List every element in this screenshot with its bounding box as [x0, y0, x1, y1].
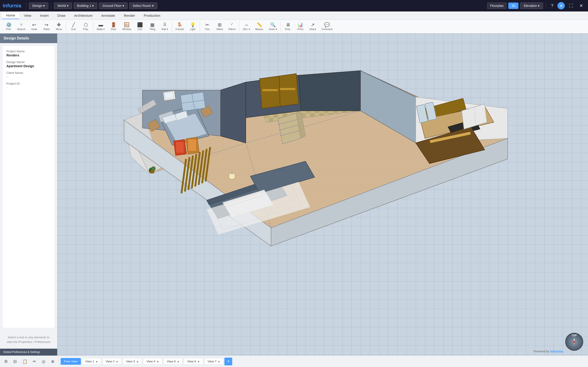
tool-redo[interactable]: ↪ Redo [41, 22, 52, 31]
tab-view-1[interactable]: View 1 ▲ [82, 358, 101, 365]
view-7-arrow: ▲ [218, 360, 220, 363]
tab-view-5[interactable]: View 6 ▲ [163, 358, 183, 365]
compass[interactable]: TOP [565, 333, 583, 351]
add-view-btn[interactable]: + [225, 358, 232, 365]
floor-label: Ground Floor [103, 4, 121, 8]
share-icon: ↗ [311, 23, 315, 27]
topbar-divider [26, 2, 26, 9]
tool-tiling[interactable]: ▦ Tiling [147, 22, 158, 31]
tool-branch[interactable]: ⑂ Branch [15, 22, 28, 31]
menu-architecture[interactable]: Architecture [70, 12, 97, 19]
measu-label: Measu. [255, 28, 264, 31]
tool-share[interactable]: ↗ Share [307, 22, 319, 31]
design-name-row: Design Name: Apartment Design [6, 60, 51, 68]
tool-light[interactable]: 💡 Light [187, 22, 199, 31]
floorplan-visual[interactable] [57, 33, 588, 356]
tool-offset[interactable]: ⊞ Offset [214, 22, 225, 31]
menu-draw[interactable]: Draw [53, 12, 69, 19]
menu-render[interactable]: Render [120, 12, 139, 19]
offset-label: Offset [216, 28, 223, 31]
elevation-btn[interactable]: Elevation ▾ [520, 2, 543, 9]
tool-ceil[interactable]: ⬛ Ceil. [134, 22, 146, 31]
tool-walls[interactable]: ▬ Walls ▾ [95, 22, 107, 32]
move-icon: ✥ [57, 23, 61, 27]
tool-measu[interactable]: 📏 Measu. [253, 22, 266, 31]
sidebar-footer[interactable]: Global Preferences & Settings [0, 349, 57, 356]
bottom-tool-1[interactable]: ⚙ [2, 357, 10, 366]
menu-home[interactable]: Home [2, 12, 19, 19]
project-name-row: Project Name: Renders [6, 50, 51, 57]
walls-label: Walls ▾ [97, 28, 105, 31]
world-arrow: ▾ [67, 4, 69, 8]
bottom-tool-3[interactable]: 📋 [20, 357, 30, 366]
share-label: Share [309, 28, 316, 31]
world-menu[interactable]: World ▾ [54, 2, 72, 9]
canvas-area[interactable]: TOP Powered by infurnia [57, 33, 588, 356]
offset-icon: ⊞ [218, 23, 222, 27]
menu-view[interactable]: View [20, 12, 35, 19]
tool-dim[interactable]: ↔ Dim. ▾ [241, 22, 253, 32]
tab-view-6[interactable]: View 6 ▲ [184, 358, 203, 365]
tool-zoom[interactable]: 🔍 Zoom ▾ [267, 22, 279, 32]
sidebar-header: Design Details [0, 33, 57, 43]
design-menu-label: Design [32, 4, 43, 8]
menu-insert[interactable]: Insert [36, 12, 53, 19]
bottom-tool-5[interactable]: ◎ [40, 357, 48, 366]
tiling-label: Tiling [149, 28, 156, 31]
bottom-tool-4[interactable]: ✏ [31, 357, 39, 366]
building-arrow: ▾ [92, 4, 94, 8]
toolbar: ⚙️ Pref. ⑂ Branch ↩ Undo ↪ Redo ✥ Move ╱… [0, 20, 588, 33]
project-name-label: Project Name: [6, 50, 51, 53]
tool-move[interactable]: ✥ Move [53, 22, 65, 31]
pres-label: Pres. [285, 28, 291, 31]
help-btn[interactable]: ? [549, 2, 556, 10]
tool-window[interactable]: 🪟 Window [120, 22, 133, 31]
tab-free-view[interactable]: Free View [61, 358, 81, 365]
tool-fillet[interactable]: ◜ Fillet ▾ [226, 22, 238, 32]
tool-door[interactable]: 🚪 Door [107, 22, 120, 31]
svg-rect-60 [262, 89, 278, 91]
tab-view-4[interactable]: View 4 ▲ [143, 358, 162, 365]
tool-pres[interactable]: 🖥 Pres. [282, 22, 294, 31]
pref-icon: ⚙️ [6, 23, 12, 27]
poly-label: Poly. [83, 28, 89, 31]
bottom-tool-6[interactable]: ⊕ [49, 357, 57, 366]
undo-icon: ↩ [32, 23, 36, 27]
poly-icon: ⬡ [84, 23, 88, 27]
bottom-tool-2[interactable]: ⊟ [11, 357, 19, 366]
elevation-arrow: ▾ [538, 4, 540, 8]
tool-furnish[interactable]: 🪑 Furnish [173, 22, 187, 31]
tool-group-measure: ↔ Dim. ▾ 📏 Measu. 🔍 Zoom ▾ [240, 22, 281, 32]
tool-poly[interactable]: ⬡ Poly. [80, 22, 92, 31]
measu-icon: 📏 [257, 23, 262, 27]
building-menu[interactable]: Building 1 ▾ [74, 2, 97, 9]
tool-trim[interactable]: ✂ Trim [201, 22, 213, 31]
tool-rail[interactable]: ⠿ Rail ▾ [159, 22, 171, 32]
fillet-label: Fillet ▾ [228, 28, 236, 31]
svg-marker-14 [221, 82, 246, 143]
close-btn[interactable]: ✕ [577, 2, 585, 10]
tool-undo[interactable]: ↩ Undo [28, 22, 40, 31]
fullscreen-btn[interactable]: ⛶ [567, 2, 575, 10]
topbar-divider2 [51, 2, 51, 9]
tool-pres2[interactable]: 📊 +Pres. [294, 22, 306, 31]
dim-icon: ↔ [244, 23, 249, 27]
3d-btn[interactable]: 3D [508, 2, 519, 9]
tab-view-7[interactable]: View 7 ▲ [204, 358, 224, 365]
user-avatar[interactable]: A [557, 2, 565, 9]
tab-view-2[interactable]: View 2 ▲ [102, 358, 122, 365]
menu-annotate[interactable]: Annotate [97, 12, 119, 19]
tool-line[interactable]: ╱ Line [68, 22, 79, 31]
view-6-arrow: ▲ [198, 360, 200, 363]
tab-view-3[interactable]: View 3 ▲ [123, 358, 142, 365]
world-label: World [57, 4, 66, 8]
tool-group-edit: ✂ Trim ⊞ Offset ◜ Fillet ▾ [200, 22, 239, 32]
room-menu[interactable]: Select Room ▾ [129, 2, 157, 9]
menu-production[interactable]: Production [140, 12, 164, 19]
tool-pref[interactable]: ⚙️ Pref. [3, 22, 15, 31]
floor-menu[interactable]: Ground Floor ▾ [99, 2, 127, 9]
floorplan-btn[interactable]: Floorplan [487, 2, 506, 9]
svg-point-87 [573, 341, 575, 343]
tool-comment[interactable]: 💬 Comment [319, 22, 335, 31]
design-menu[interactable]: Design ▾ [29, 2, 48, 9]
